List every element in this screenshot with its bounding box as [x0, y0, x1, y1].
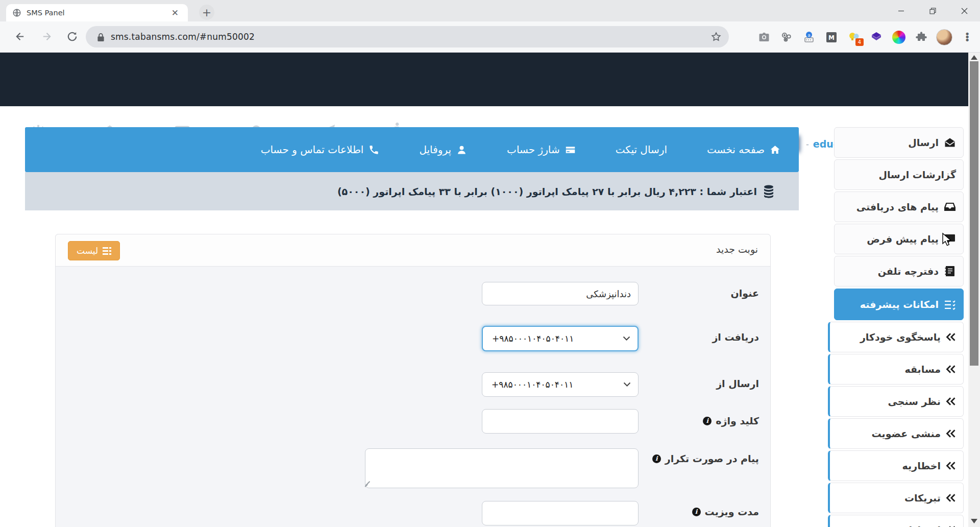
sidebar-item-advanced-features[interactable]: امکانات پیشرفته — [834, 289, 964, 320]
sidebar-label: اقساط — [908, 524, 941, 527]
new-tab-button[interactable]: + — [199, 5, 214, 20]
sidebar-item-auto-responder[interactable]: پاسخگوی خودکار — [828, 322, 964, 352]
url-text: sms.tabansms.com/#num50002 — [111, 32, 710, 42]
title-input[interactable] — [482, 282, 639, 305]
nav-contact[interactable]: اطلاعات تماس و حساب — [261, 143, 380, 156]
window-controls — [885, 0, 980, 21]
inbox-icon — [944, 201, 956, 213]
send-from-label-text: ارسال از — [716, 378, 759, 389]
extension-badge: 4 — [855, 38, 864, 46]
browser-tab[interactable]: SMS Panel ✕ — [6, 4, 188, 21]
sidebar-label: تبریکات — [904, 492, 941, 504]
angles-left-icon — [946, 396, 956, 406]
bookmark-star-icon[interactable] — [710, 31, 722, 42]
tab-close-icon[interactable]: ✕ — [168, 7, 182, 19]
list-icon — [103, 247, 111, 255]
sidebar-item-membership-secretary[interactable]: منشی عضویت — [828, 418, 964, 449]
sidebar-label: گزارشات ارسال — [878, 169, 956, 180]
info-circle-icon[interactable]: i — [703, 417, 712, 425]
angles-left-icon — [946, 493, 956, 503]
layers-extension-icon[interactable] — [869, 30, 884, 45]
title-label: عنوان — [731, 288, 759, 299]
nav-contact-label: اطلاعات تماس و حساب — [261, 143, 364, 156]
sidebar-item-phonebook[interactable]: دفترچه تلفن — [834, 256, 964, 286]
sidebar-label: ارسال — [908, 137, 939, 148]
site-header: i واحد آموزش تابان اس ام اس عزیز خوش آمد… — [0, 53, 968, 106]
sidebar-label: مسابقه — [904, 364, 941, 375]
minimize-button[interactable] — [885, 0, 917, 21]
tab-title: SMS Panel — [27, 9, 168, 17]
address-bar[interactable]: sms.tabansms.com/#num50002 — [86, 26, 729, 47]
nav-home-label: صفحه نخست — [707, 143, 765, 156]
receive-from-label: دریافت از — [712, 331, 759, 343]
send-from-select[interactable]: +۹۸۵۰۰۰۱۰۴۰۵۰۴۰۱۱ — [482, 372, 639, 397]
repeat-message-textarea[interactable] — [365, 448, 639, 488]
title-label-text: عنوان — [731, 288, 759, 299]
nav-profile-label: پروفایل — [419, 143, 451, 156]
reload-button[interactable] — [61, 26, 83, 47]
main-nav: صفحه نخست ارسال تیکت شارژ حساب پروفایل ا… — [25, 127, 799, 172]
profile-avatar[interactable] — [936, 29, 952, 45]
database-icon — [763, 185, 774, 198]
sidebar-label: نظر سنجی — [888, 396, 941, 407]
home-icon — [770, 145, 780, 155]
send-from-value: +۹۸۵۰۰۰۱۰۴۰۵۰۴۰۱۱ — [482, 379, 623, 390]
angles-left-icon — [946, 332, 956, 342]
appointment-panel: نوبت جدید لیست عنوان دریافت از +۹۸۵۰۰۰۱۰… — [55, 234, 771, 527]
sidebar-item-survey[interactable]: نظر سنجی — [828, 386, 964, 417]
list-check-icon — [944, 298, 956, 310]
angles-left-icon — [946, 364, 956, 374]
lightbulb-extension-icon[interactable]: 4 — [846, 30, 862, 45]
translate-extension-icon[interactable]: a — [801, 30, 817, 45]
nav-ticket[interactable]: ارسال تیکت — [616, 143, 667, 156]
lock-icon — [97, 33, 105, 41]
list-button-label: لیست — [77, 246, 98, 256]
restore-button[interactable] — [917, 0, 948, 21]
camera-extension-icon[interactable] — [756, 30, 772, 45]
list-button[interactable]: لیست — [68, 241, 120, 260]
extensions-row: a M 4 ••• — [756, 21, 976, 53]
colorwheel-extension-icon[interactable] — [891, 30, 906, 45]
panel-header: نوبت جدید لیست — [56, 234, 770, 267]
nav-profile[interactable]: پروفایل — [419, 143, 467, 156]
sidebar-item-installments[interactable]: اقساط — [828, 515, 964, 527]
keyword-input[interactable] — [482, 409, 639, 434]
m-extension-icon[interactable]: M — [824, 30, 839, 45]
receive-from-value: +۹۸۵۰۰۰۱۰۴۰۵۰۴۰۱۱ — [483, 333, 623, 344]
sidebar-item-send-reports[interactable]: گزارشات ارسال — [834, 159, 964, 190]
sidebar-item-congratulations[interactable]: تبریکات — [828, 483, 964, 513]
nav-charge[interactable]: شارژ حساب — [507, 143, 576, 156]
svg-text:a: a — [807, 32, 811, 37]
account-separator: - — [806, 139, 809, 149]
credit-text: اعتبار شما : ۴,۲۲۳ ریال برابر با ۲۷ پیام… — [337, 186, 757, 197]
browser-menu-icon[interactable]: ••• — [960, 30, 975, 45]
keyword-label: کلید واژه i — [703, 415, 759, 426]
close-button[interactable] — [948, 0, 980, 21]
repeat-message-label: پیام در صورت تکرار i — [652, 453, 759, 464]
forward-button[interactable] — [36, 26, 57, 47]
page-scrollbar[interactable] — [968, 53, 980, 527]
chevron-down-icon — [623, 382, 631, 387]
scroll-down-icon[interactable] — [971, 519, 977, 523]
puzzle-extensions-icon[interactable] — [914, 30, 929, 45]
credit-bar: اعتبار شما : ۴,۲۲۳ ریال برابر با ۲۷ پیام… — [25, 172, 799, 210]
circles-extension-icon[interactable] — [779, 30, 794, 45]
visit-duration-input[interactable] — [482, 501, 639, 525]
receive-from-select[interactable]: +۹۸۵۰۰۰۱۰۴۰۵۰۴۰۱۱ — [482, 326, 639, 351]
sidebar-item-received-messages[interactable]: پیام های دریافتی — [834, 191, 964, 222]
info-circle-icon[interactable]: i — [652, 454, 661, 463]
nav-home[interactable]: صفحه نخست — [707, 143, 780, 156]
sidebar-item-notice[interactable]: اخطاریه — [828, 450, 964, 481]
angles-left-icon — [946, 428, 956, 439]
back-button[interactable] — [9, 26, 31, 47]
repeat-message-label-text: پیام در صورت تکرار — [665, 453, 759, 464]
sidebar-item-send[interactable]: ارسال — [834, 127, 964, 158]
welcome-message: واحد آموزش تابان اس ام اس عزیز خوش آمدید — [647, 112, 893, 124]
scroll-up-icon[interactable] — [971, 55, 977, 60]
address-book-icon — [944, 265, 956, 277]
sidebar-item-contest[interactable]: مسابقه — [828, 354, 964, 385]
sidebar-label: پیام های دریافتی — [856, 201, 939, 212]
send-from-label: ارسال از — [716, 378, 759, 389]
scrollbar-thumb[interactable] — [970, 61, 978, 366]
info-circle-icon[interactable]: i — [692, 508, 701, 516]
